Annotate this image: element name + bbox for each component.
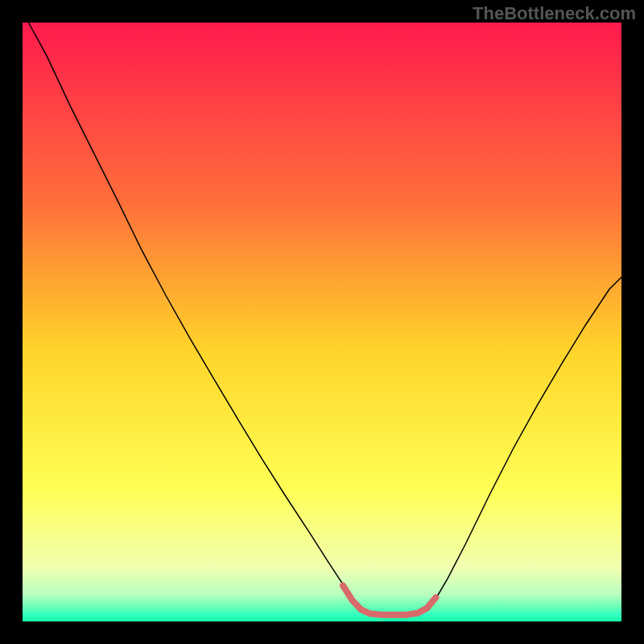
chart-svg	[0, 0, 644, 644]
chart-frame: TheBottleneck.com	[0, 0, 644, 644]
watermark-text: TheBottleneck.com	[473, 3, 636, 24]
plot-background	[23, 23, 621, 621]
